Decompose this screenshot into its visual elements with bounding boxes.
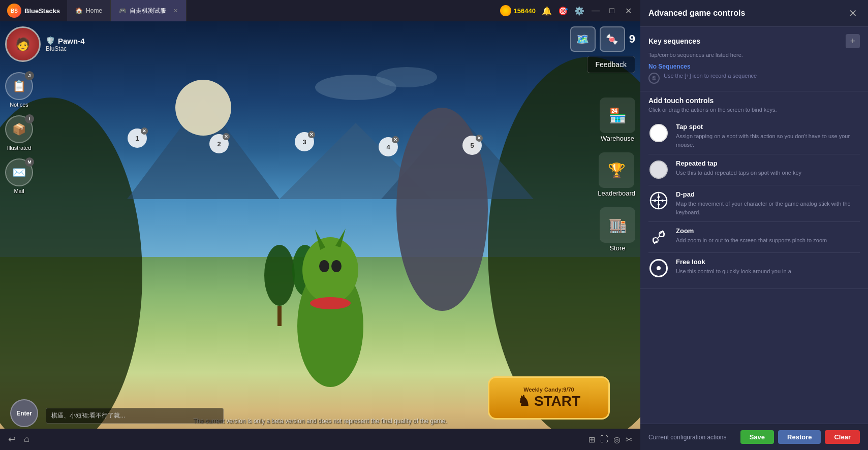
topbar-right: 156440 🔔 🎯 ⚙️ — □ ✕: [493, 5, 640, 16]
illustrated-label: Illustrated: [7, 145, 32, 151]
chat-input-box: 棋逼、小短裙:看不行了就...: [46, 408, 224, 424]
freelook-text: Free look Use this control to quickly lo…: [676, 258, 860, 276]
tap-point-5[interactable]: 5 ✕: [462, 136, 482, 155]
footer-actions: Save Restore Clear: [740, 430, 860, 444]
tap-spot-name: Tap spot: [676, 123, 860, 131]
game-tab-label: 自走棋测试服: [130, 7, 166, 15]
tap-point-3[interactable]: 3 ✕: [295, 132, 314, 151]
zoom-name: Zoom: [676, 227, 860, 235]
top-right-actions: 🗺️ 🍬 9: [570, 26, 635, 52]
bottom-center: ⊞ ⛶ ◎ ✂: [588, 435, 632, 444]
key-sequences-title: Key sequences: [648, 37, 700, 45]
control-tap-spot[interactable]: Tap spot Assign tapping on a spot with t…: [648, 118, 860, 154]
bottom-left: ↩ ⌂: [8, 434, 29, 445]
control-repeated-tap[interactable]: Repeated tap Use this to add repeated ta…: [648, 154, 860, 185]
chat-text: 棋逼、小短裙:看不行了就...: [51, 411, 125, 420]
zoom-text: Zoom Add zoom in or out to the screen th…: [676, 227, 860, 245]
dpad-desc: Map the movement of your character or th…: [676, 200, 860, 216]
menu-item-mail[interactable]: ✉️ M Mail: [5, 158, 33, 194]
key-sequences-desc: Tap/combo sequences are listed here.: [648, 51, 860, 59]
control-freelook[interactable]: Free look Use this control to quickly lo…: [648, 253, 860, 283]
tap-point-2-close[interactable]: ✕: [223, 133, 230, 140]
target-icon[interactable]: 🎯: [558, 6, 568, 16]
control-zoom[interactable]: Zoom Add zoom in or out to the screen th…: [648, 222, 860, 253]
dpad-name: D-pad: [676, 190, 860, 198]
home-tab-label: Home: [86, 7, 102, 14]
tab-home[interactable]: 🏠 Home: [67, 0, 111, 21]
right-item-store[interactable]: 🏬 Store: [600, 207, 635, 252]
store-icon: 🏬: [600, 207, 635, 243]
mail-label: Mail: [14, 188, 24, 194]
map-icon[interactable]: 🗺️: [570, 26, 596, 52]
candy-icon[interactable]: 🍬: [600, 26, 625, 52]
freelook-desc: Use this control to quickly look around …: [676, 267, 860, 276]
control-dpad[interactable]: D-pad Map the movement of your character…: [648, 185, 860, 222]
sequence-hint-text: Use the [+] icon to record a sequence: [664, 72, 757, 80]
sequence-hint-icon: ①: [648, 73, 660, 84]
player-name: 🛡️ Pawn-4: [46, 36, 85, 45]
svg-marker-24: [657, 204, 660, 207]
freelook-icon: [648, 258, 669, 278]
back-icon[interactable]: ↩: [8, 434, 16, 445]
enter-button[interactable]: Enter: [10, 399, 38, 427]
leaderboard-label: Leaderboard: [598, 189, 635, 197]
illustrated-key: I: [25, 114, 34, 123]
maximize-icon[interactable]: □: [607, 6, 617, 16]
feedback-button[interactable]: Feedback: [587, 56, 635, 73]
topbar: BS BlueStacks 🏠 Home 🎮 自走棋测试服 ✕ 156440 🔔…: [0, 0, 640, 21]
minimize-icon[interactable]: —: [591, 6, 601, 16]
zoom-desc: Add zoom in or out to the screen that su…: [676, 236, 860, 245]
panel-title: Advanced game controls: [648, 9, 745, 18]
menu-item-notices[interactable]: 📋 J Notices: [5, 72, 33, 108]
tap-spot-text: Tap spot Assign tapping on a spot with t…: [676, 123, 860, 149]
tap-point-2[interactable]: 2 ✕: [209, 134, 229, 153]
start-main-text: ♞ START: [517, 393, 580, 409]
candy-count: 9: [629, 33, 635, 46]
scissors-icon[interactable]: ✂: [626, 435, 632, 444]
panel-footer: Current configuration actions Save Resto…: [640, 424, 868, 450]
tap-point-3-close[interactable]: ✕: [308, 131, 315, 138]
tab-close-icon[interactable]: ✕: [173, 8, 178, 14]
bottom-bar: ↩ ⌂ ⊞ ⛶ ◎ ✂: [0, 429, 640, 450]
coin-amount: 156440: [514, 7, 536, 15]
mail-key: M: [25, 157, 34, 167]
left-menu: 📋 J Notices 📦 I Illustrated ✉️ M Mail: [5, 72, 33, 194]
tap-spot-icon: [648, 123, 669, 143]
key-sequences-section: Key sequences + Tap/combo sequences are …: [640, 27, 868, 91]
dpad-icon: [648, 190, 669, 211]
clear-button[interactable]: Clear: [825, 430, 860, 444]
restore-button[interactable]: Restore: [778, 430, 821, 444]
game-icons-right: 🗺️ 🍬 9 Feedback: [570, 26, 635, 73]
right-item-warehouse[interactable]: 🏪 Warehouse: [600, 98, 635, 142]
mail-icon: ✉️ M: [5, 158, 33, 186]
add-sequence-button[interactable]: +: [846, 34, 860, 48]
home-icon[interactable]: ⌂: [24, 434, 29, 445]
panel-close-button[interactable]: ✕: [846, 6, 860, 20]
store-label: Store: [609, 244, 625, 252]
chess-icon: ♞: [517, 393, 530, 409]
tap-point-1[interactable]: 1 ✕: [128, 128, 147, 148]
grid-icon[interactable]: ⊞: [588, 435, 595, 444]
no-sequences-label: No Sequences: [648, 63, 860, 70]
save-button[interactable]: Save: [740, 430, 774, 444]
close-icon[interactable]: ✕: [623, 6, 633, 16]
expand-icon[interactable]: ⛶: [600, 435, 608, 444]
player-info: 🧑 🛡️ Pawn-4 BluStac: [5, 26, 85, 62]
footer-label: Current configuration actions: [648, 434, 726, 441]
brand: BS BlueStacks: [0, 4, 67, 18]
right-menu: 🏪 Warehouse 🏆 Leaderboard 🏬 Store: [598, 98, 635, 252]
start-button[interactable]: Weekly Candy:9/70 ♞ START: [488, 376, 610, 420]
settings-icon[interactable]: ⚙️: [574, 6, 584, 16]
notification-icon[interactable]: 🔔: [542, 6, 552, 16]
right-item-leaderboard[interactable]: 🏆 Leaderboard: [598, 152, 635, 197]
location-icon[interactable]: ◎: [613, 435, 621, 444]
tap-spot-desc: Assign tapping on a spot with this actio…: [676, 132, 860, 149]
tap-point-4[interactable]: 4 ✕: [379, 137, 398, 156]
tap-point-5-close[interactable]: ✕: [476, 135, 483, 142]
svg-marker-25: [653, 199, 656, 202]
leaderboard-icon: 🏆: [599, 152, 634, 188]
tab-game[interactable]: 🎮 自走棋测试服 ✕: [111, 0, 187, 21]
tap-point-1-close[interactable]: ✕: [141, 127, 148, 135]
tap-point-4-close[interactable]: ✕: [392, 136, 399, 143]
menu-item-illustrated[interactable]: 📦 I Illustrated: [5, 115, 33, 151]
